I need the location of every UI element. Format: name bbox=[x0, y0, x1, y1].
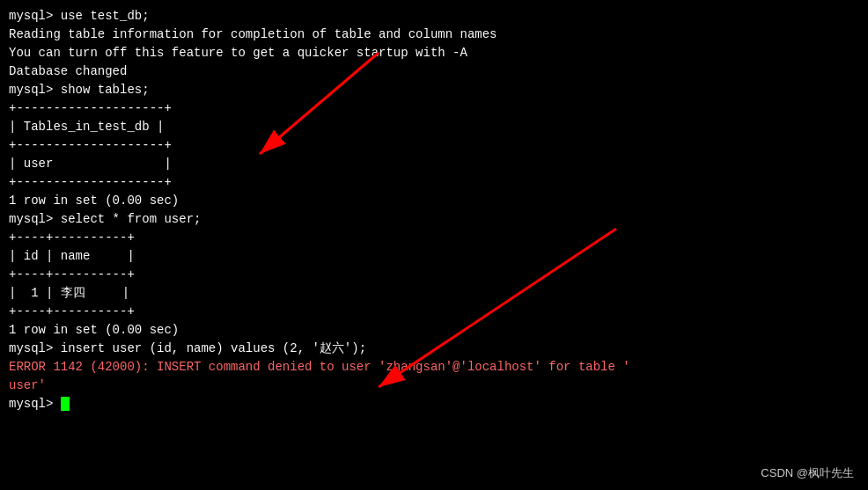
terminal-line: +----+----------+ bbox=[9, 266, 859, 284]
terminal-line: | Tables_in_test_db | bbox=[9, 118, 859, 136]
terminal-line: mysql> use test_db; bbox=[9, 7, 859, 26]
terminal-line: +--------------------+ bbox=[9, 173, 859, 192]
terminal-line: | id | name | bbox=[9, 247, 859, 266]
terminal-line: Reading table information for completion… bbox=[9, 26, 859, 44]
watermark: CSDN @枫叶先生 bbox=[761, 465, 854, 481]
terminal-content: mysql> use test_db;Reading table informa… bbox=[9, 7, 859, 413]
terminal-line: mysql> bbox=[9, 395, 859, 413]
terminal-window: mysql> use test_db;Reading table informa… bbox=[0, 0, 868, 490]
terminal-line: ERROR 1142 (42000): INSERT command denie… bbox=[9, 358, 859, 377]
terminal-line: Database changed bbox=[9, 62, 859, 81]
terminal-line: | user | bbox=[9, 155, 859, 173]
terminal-line: +----+----------+ bbox=[9, 303, 859, 321]
terminal-line: 1 row in set (0.00 sec) bbox=[9, 192, 859, 210]
terminal-line: | 1 | 李四 | bbox=[9, 284, 859, 303]
terminal-line: mysql> select * from user; bbox=[9, 210, 859, 229]
terminal-line: +----+----------+ bbox=[9, 229, 859, 247]
terminal-line: You can turn off this feature to get a q… bbox=[9, 44, 859, 62]
cursor bbox=[61, 397, 70, 411]
terminal-line: +--------------------+ bbox=[9, 136, 859, 155]
terminal-line: user' bbox=[9, 377, 859, 395]
terminal-line: mysql> show tables; bbox=[9, 81, 859, 99]
terminal-line: mysql> insert user (id, name) values (2,… bbox=[9, 340, 859, 358]
terminal-line: 1 row in set (0.00 sec) bbox=[9, 321, 859, 340]
terminal-line: +--------------------+ bbox=[9, 99, 859, 118]
